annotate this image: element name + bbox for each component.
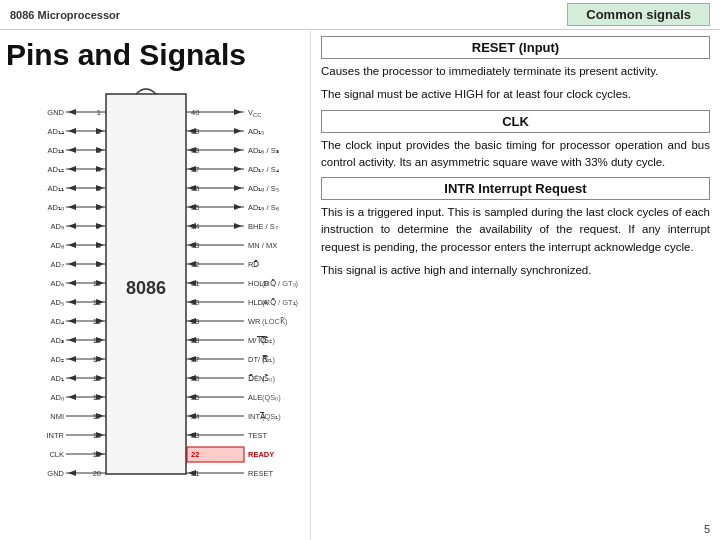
svg-marker-33	[68, 223, 76, 229]
svg-text:5: 5	[97, 184, 101, 193]
svg-text:(S̄₀): (S̄₀)	[262, 374, 275, 383]
svg-text:(LOCK̄): (LOCK̄)	[262, 317, 288, 326]
svg-text:AD₀: AD₀	[51, 393, 64, 402]
svg-text:AD₁₃: AD₁₃	[48, 146, 64, 155]
svg-text:6: 6	[97, 203, 101, 212]
svg-text:(S̄₂): (S̄₂)	[262, 336, 275, 345]
svg-text:32: 32	[191, 260, 199, 269]
svg-text:11: 11	[93, 298, 101, 307]
page-number: 5	[704, 523, 710, 535]
svg-text:40: 40	[191, 108, 199, 117]
svg-text:GND: GND	[47, 469, 64, 478]
svg-marker-31	[68, 204, 76, 210]
svg-text:3: 3	[97, 146, 101, 155]
svg-marker-51	[68, 394, 76, 400]
svg-text:(S̄₁): (S̄₁)	[262, 355, 275, 364]
svg-text:35: 35	[191, 203, 199, 212]
svg-text:26: 26	[191, 374, 199, 383]
svg-text:4: 4	[97, 165, 101, 174]
svg-text:AD₈: AD₈	[51, 241, 64, 250]
svg-text:RD̄: RD̄	[248, 260, 259, 269]
svg-text:AD₁₄: AD₁₄	[48, 127, 64, 136]
svg-text:10: 10	[93, 279, 101, 288]
svg-text:WR: WR	[248, 317, 261, 326]
svg-marker-129	[234, 223, 242, 229]
svg-text:8086: 8086	[126, 278, 166, 298]
svg-text:AD₆: AD₆	[51, 279, 64, 288]
svg-text:13: 13	[93, 336, 101, 345]
svg-marker-121	[234, 147, 242, 153]
svg-text:ALE: ALE	[248, 393, 262, 402]
svg-text:22: 22	[191, 450, 199, 459]
svg-marker-41	[68, 299, 76, 305]
svg-text:37: 37	[191, 165, 199, 174]
svg-text:AD₁₉ / S₆: AD₁₉ / S₆	[248, 203, 279, 212]
svg-text:AD₁₀: AD₁₀	[48, 203, 64, 212]
main-content: Pins and Signals 8086	[0, 30, 720, 540]
svg-text:AD₁₅: AD₁₅	[248, 127, 264, 136]
reset-section-header: RESET (Input)	[321, 36, 710, 59]
svg-text:(RQ̄ / GT₀): (RQ̄ / GT₀)	[262, 279, 299, 288]
svg-text:12: 12	[93, 317, 101, 326]
reset-para-2: The signal must be active HIGH for at le…	[321, 86, 710, 103]
svg-text:8: 8	[97, 241, 101, 250]
svg-text:NMI: NMI	[50, 412, 64, 421]
svg-text:2: 2	[97, 127, 101, 136]
svg-text:25: 25	[191, 393, 199, 402]
clk-para-1: The clock input provides the basic timin…	[321, 137, 710, 172]
svg-text:29: 29	[191, 317, 199, 326]
intr-para-1: This is a triggered input. This is sampl…	[321, 204, 710, 256]
svg-text:33: 33	[191, 241, 199, 250]
svg-text:24: 24	[191, 412, 199, 421]
svg-text:39: 39	[191, 127, 199, 136]
svg-marker-22	[68, 109, 76, 115]
svg-text:19: 19	[93, 450, 101, 459]
svg-text:TEST: TEST	[248, 431, 268, 440]
svg-text:VCC: VCC	[248, 108, 262, 118]
svg-text:1: 1	[97, 108, 101, 117]
svg-text:AD₁₁: AD₁₁	[48, 184, 64, 193]
svg-text:17: 17	[93, 412, 101, 421]
svg-marker-27	[68, 166, 76, 172]
svg-marker-125	[234, 185, 242, 191]
svg-text:15: 15	[93, 374, 101, 383]
svg-text:18: 18	[93, 431, 101, 440]
svg-text:38: 38	[191, 146, 199, 155]
svg-text:21: 21	[191, 469, 199, 478]
svg-marker-29	[68, 185, 76, 191]
svg-text:(QS₀): (QS₀)	[262, 393, 281, 402]
svg-text:28: 28	[191, 336, 199, 345]
svg-text:AD₁₆ / S₃: AD₁₆ / S₃	[248, 146, 279, 155]
svg-text:INTR: INTR	[47, 431, 65, 440]
svg-text:9: 9	[97, 260, 101, 269]
svg-text:AD₅: AD₅	[51, 298, 64, 307]
svg-marker-45	[68, 337, 76, 343]
svg-marker-43	[68, 318, 76, 324]
reset-para-1: Causes the processor to immediately term…	[321, 63, 710, 80]
svg-marker-25	[68, 147, 76, 153]
header: 8086 Microprocessor Common signals	[0, 0, 720, 30]
svg-text:30: 30	[191, 298, 199, 307]
svg-marker-39	[68, 280, 76, 286]
svg-marker-47	[68, 356, 76, 362]
header-title: 8086 Microprocessor	[10, 9, 120, 21]
svg-marker-56	[68, 470, 76, 476]
clk-section-header: CLK	[321, 110, 710, 133]
svg-text:23: 23	[191, 431, 199, 440]
left-panel: Pins and Signals 8086	[0, 30, 310, 540]
intr-para-2: This signal is active high and internall…	[321, 262, 710, 279]
svg-text:CLK: CLK	[49, 450, 64, 459]
svg-text:34: 34	[191, 222, 199, 231]
svg-marker-119	[234, 128, 242, 134]
svg-text:AD₁₈ / S₅: AD₁₈ / S₅	[248, 184, 279, 193]
svg-text:14: 14	[93, 355, 101, 364]
svg-marker-49	[68, 375, 76, 381]
svg-text:GND: GND	[47, 108, 64, 117]
svg-text:AD₃: AD₃	[51, 336, 64, 345]
svg-marker-37	[68, 261, 76, 267]
svg-text:AD₁₂: AD₁₂	[48, 165, 64, 174]
svg-text:20: 20	[93, 469, 101, 478]
svg-text:27: 27	[191, 355, 199, 364]
common-signals-badge: Common signals	[567, 3, 710, 26]
svg-text:16: 16	[93, 393, 101, 402]
